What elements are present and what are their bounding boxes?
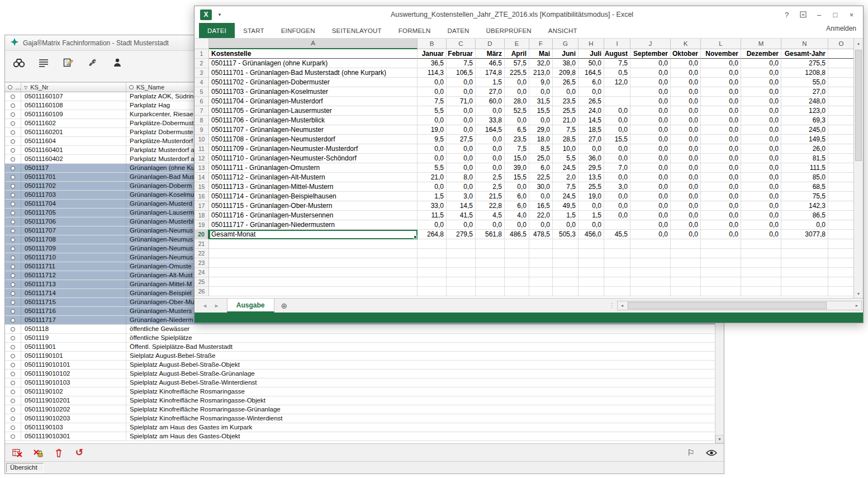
cell-N19[interactable]: 0,0 bbox=[781, 220, 828, 230]
cell-F13[interactable]: 6,0 bbox=[529, 163, 553, 173]
cell-H6[interactable]: 26,5 bbox=[578, 97, 604, 106]
cell-M18[interactable]: 0,0 bbox=[741, 211, 781, 220]
cell-I3[interactable]: 0,5 bbox=[604, 68, 630, 78]
cell-H10[interactable]: 27,0 bbox=[578, 135, 604, 144]
cell-I2[interactable]: 7,5 bbox=[604, 59, 630, 68]
row-header-16[interactable]: 16 bbox=[195, 192, 209, 201]
cell-C26[interactable] bbox=[447, 287, 476, 296]
cell-D16[interactable]: 21,5 bbox=[476, 192, 505, 201]
cell-O25[interactable] bbox=[828, 277, 853, 287]
cell-A8[interactable]: 050111706 - Grünanlagen-Musterblick bbox=[209, 116, 418, 125]
gaja-table-row[interactable]: 0501118öffentliche Gewässer bbox=[5, 325, 715, 334]
sheet-tab-ausgabe[interactable]: Ausgabe bbox=[227, 299, 274, 313]
cell-E3[interactable]: 225,5 bbox=[505, 68, 529, 78]
excel-titlebar[interactable]: X ▼ Auswertung_Kostenstellen_Jahr_ZTE_20… bbox=[195, 6, 863, 23]
cell-K12[interactable]: 0,0 bbox=[671, 154, 701, 163]
cell-M21[interactable] bbox=[741, 239, 781, 249]
row-header-6[interactable]: 6 bbox=[195, 97, 209, 106]
cell-L9[interactable]: 0,0 bbox=[701, 125, 741, 135]
cell-M15[interactable]: 0,0 bbox=[741, 182, 781, 192]
scroll-track[interactable] bbox=[627, 301, 852, 310]
minimize-icon[interactable]: – bbox=[811, 8, 827, 21]
cell-G15[interactable]: 7,5 bbox=[553, 182, 578, 192]
cell-L16[interactable]: 0,0 bbox=[701, 192, 741, 201]
cell-K25[interactable] bbox=[671, 277, 701, 287]
excel-horizontal-scrollbar[interactable]: ◄ ► bbox=[617, 301, 862, 310]
cell-C20[interactable]: 279,5 bbox=[447, 230, 476, 239]
cell-D11[interactable]: 0,0 bbox=[476, 144, 505, 154]
cell-L8[interactable]: 0,0 bbox=[701, 116, 741, 125]
gaja-table-row[interactable]: 0501119010101Spielplatz August-Bebel-Str… bbox=[5, 361, 715, 370]
cell-M17[interactable]: 0,0 bbox=[741, 201, 781, 211]
ribbon-tab-ansicht[interactable]: ANSICHT bbox=[540, 23, 586, 38]
cell-D13[interactable]: 0,0 bbox=[476, 163, 505, 173]
cell-J15[interactable]: 0,0 bbox=[630, 182, 671, 192]
cell-K9[interactable]: 0,0 bbox=[671, 125, 701, 135]
cell-C22[interactable] bbox=[447, 249, 476, 258]
ribbon-tab-daten[interactable]: DATEN bbox=[439, 23, 477, 38]
row-header-3[interactable]: 3 bbox=[195, 68, 209, 78]
cell-N22[interactable] bbox=[781, 249, 828, 258]
column-header-G[interactable]: G bbox=[553, 39, 578, 49]
cell-N1[interactable]: Gesamt-Jahr bbox=[781, 49, 828, 59]
cell-F17[interactable]: 16,5 bbox=[529, 201, 553, 211]
cell-O6[interactable] bbox=[828, 97, 853, 106]
cell-N26[interactable] bbox=[781, 287, 828, 296]
column-header-M[interactable]: M bbox=[741, 39, 781, 49]
cell-L14[interactable]: 0,0 bbox=[701, 173, 741, 182]
cell-C16[interactable]: 3,0 bbox=[447, 192, 476, 201]
cell-K19[interactable]: 0,0 bbox=[671, 220, 701, 230]
fill-handle[interactable] bbox=[414, 235, 417, 239]
cell-B22[interactable] bbox=[418, 249, 447, 258]
cell-J12[interactable]: 0,0 bbox=[630, 154, 671, 163]
cell-A14[interactable]: 050111712 - Grünanlagen-Alt-Mustern bbox=[209, 173, 418, 182]
cell-E10[interactable]: 23,5 bbox=[505, 135, 529, 144]
scroll-down-icon[interactable]: ▼ bbox=[715, 435, 724, 443]
maximize-icon[interactable]: □ bbox=[827, 8, 843, 21]
cell-M19[interactable]: 0,0 bbox=[741, 220, 781, 230]
undo-icon[interactable]: ↺ bbox=[73, 447, 86, 459]
cell-G10[interactable]: 28,5 bbox=[553, 135, 578, 144]
quick-access-caret-icon[interactable]: ▼ bbox=[217, 12, 222, 17]
cell-E26[interactable] bbox=[505, 287, 529, 296]
cell-I13[interactable]: 7,0 bbox=[604, 163, 630, 173]
column-header-H[interactable]: H bbox=[578, 39, 604, 49]
lock-entry-icon[interactable] bbox=[31, 447, 45, 459]
cell-K5[interactable]: 0,0 bbox=[671, 87, 701, 97]
cell-J22[interactable] bbox=[630, 249, 671, 258]
gaja-table-row[interactable]: 0501119010102Spielplatz August-Bebel-Str… bbox=[5, 370, 715, 378]
cell-J4[interactable]: 0,0 bbox=[630, 78, 671, 87]
trash-icon[interactable] bbox=[52, 447, 65, 459]
cell-K8[interactable]: 0,0 bbox=[671, 116, 701, 125]
cell-B4[interactable]: 0,0 bbox=[418, 78, 447, 87]
cell-G20[interactable]: 505,3 bbox=[553, 230, 578, 239]
cell-L11[interactable]: 0,0 bbox=[701, 144, 741, 154]
cell-F8[interactable]: 0,0 bbox=[529, 116, 553, 125]
cell-K21[interactable] bbox=[671, 239, 701, 249]
cell-L23[interactable] bbox=[701, 258, 741, 268]
cell-M14[interactable]: 0,0 bbox=[741, 173, 781, 182]
cell-G7[interactable]: 25,5 bbox=[553, 106, 578, 116]
cell-L3[interactable]: 0,0 bbox=[701, 68, 741, 78]
cell-E11[interactable]: 7,5 bbox=[505, 144, 529, 154]
cell-B6[interactable]: 7,5 bbox=[418, 97, 447, 106]
cell-D8[interactable]: 33,8 bbox=[476, 116, 505, 125]
ribbon-options-icon[interactable] bbox=[795, 8, 811, 21]
column-header-D[interactable]: D bbox=[476, 39, 505, 49]
cell-C24[interactable] bbox=[447, 268, 476, 277]
cell-F12[interactable]: 25,0 bbox=[529, 154, 553, 163]
cell-N11[interactable]: 26,0 bbox=[781, 144, 828, 154]
cell-I9[interactable]: 0,0 bbox=[604, 125, 630, 135]
cell-O16[interactable] bbox=[828, 192, 853, 201]
cell-A15[interactable]: 050111713 - Grünanlagen-Mittel-Mustern bbox=[209, 182, 418, 192]
cell-M2[interactable]: 0,0 bbox=[741, 59, 781, 68]
cell-N15[interactable]: 68,5 bbox=[781, 182, 828, 192]
cell-J21[interactable] bbox=[630, 239, 671, 249]
cell-J17[interactable]: 0,0 bbox=[630, 201, 671, 211]
cell-C6[interactable]: 71,0 bbox=[447, 97, 476, 106]
row-header-18[interactable]: 18 bbox=[195, 211, 209, 220]
cell-B12[interactable]: 0,0 bbox=[418, 154, 447, 163]
cell-D5[interactable]: 27,0 bbox=[476, 87, 505, 97]
signin-link[interactable]: Anmelden bbox=[826, 25, 856, 32]
ribbon-tab-seitenlayout[interactable]: SEITENLAYOUT bbox=[324, 23, 390, 38]
